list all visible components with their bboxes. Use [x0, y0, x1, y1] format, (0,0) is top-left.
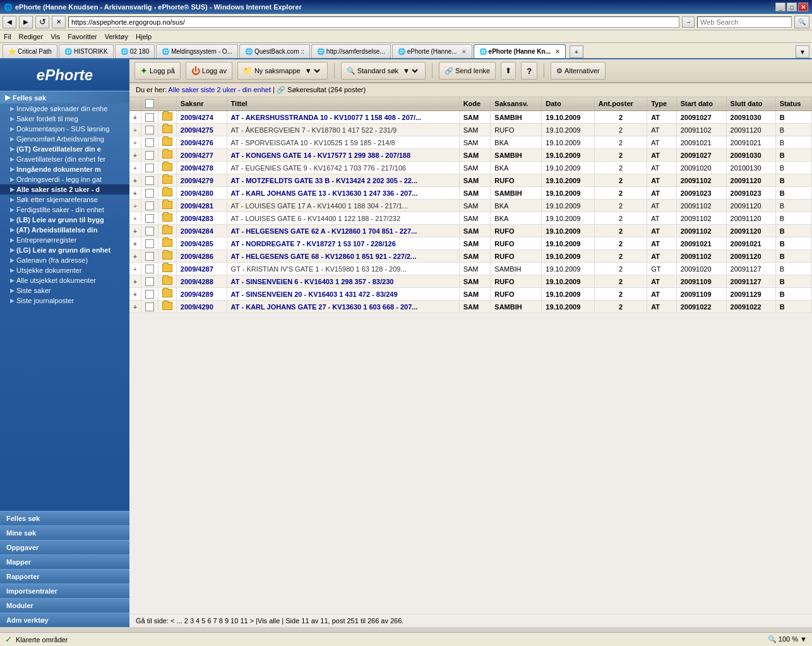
sidebar-nav-moduler[interactable]: Moduler: [0, 598, 129, 613]
expand-cell[interactable]: +: [129, 174, 141, 187]
tittel-cell[interactable]: AT - LOUISES GATE 6 - KV14400 1 122 188 …: [227, 212, 459, 225]
tittel-cell[interactable]: AT - KARL JOHANS GATE 13 - KV13630 1 247…: [227, 187, 459, 200]
saksnr-cell[interactable]: 2009/4274: [176, 111, 227, 124]
tittel-cell[interactable]: AT - ÅKEBERGVEIEN 7 - KV18780 1 417 522 …: [227, 124, 459, 136]
sidebar-item-siste-saker[interactable]: ▶ Siste saker: [0, 285, 129, 296]
tittel-cell[interactable]: AT - LOUISES GATE 17 A - KV14400 1 188 3…: [227, 200, 459, 212]
expand-cell[interactable]: +: [129, 136, 141, 149]
tittel-cell[interactable]: AT - SPORVEISGATA 10 - KV10525 1 59 185 …: [227, 136, 459, 149]
row-checkbox[interactable]: [145, 277, 154, 286]
checkbox-cell[interactable]: [141, 124, 158, 136]
saksnr-cell[interactable]: 2009/4284: [176, 225, 227, 237]
breadcrumb-link[interactable]: Alle saker siste 2 uker - din enhet: [168, 86, 271, 93]
saksnr-cell[interactable]: 2009/4279: [176, 174, 227, 187]
checkbox-cell[interactable]: [141, 212, 158, 225]
tab-ephorte2-close[interactable]: ✕: [555, 49, 560, 55]
sidebar-item-at-arbeidstillatelse[interactable]: ▶ (AT) Arbeidstillatelse din: [0, 225, 129, 235]
back-button[interactable]: ◀: [3, 16, 16, 28]
settings-button[interactable]: ⚙ Alternativer: [551, 62, 606, 80]
menu-fil[interactable]: Fil: [4, 33, 11, 40]
sidebar-item-innvilgede[interactable]: ▶ Innvilgede søknader din enhe: [0, 104, 129, 114]
expand-icon[interactable]: +: [133, 291, 137, 298]
expand-icon[interactable]: +: [133, 140, 137, 147]
minimize-button[interactable]: _: [775, 3, 785, 11]
sidebar-item-inngaende[interactable]: ▶ Inngående dokumenter m: [0, 164, 129, 174]
sidebar-item-gatenavn[interactable]: ▶ Gatenavn (fra adresse): [0, 255, 129, 265]
checkbox-cell[interactable]: [141, 225, 158, 237]
tittel-cell[interactable]: AT - SINSENVEIEN 20 - KV16403 1 431 472 …: [227, 288, 459, 301]
sidebar-item-ferdigstilte[interactable]: ▶ Ferdigstilte saker - din enhet: [0, 205, 129, 215]
row-checkbox[interactable]: [145, 113, 154, 122]
menu-verktoy[interactable]: Verktøy: [105, 33, 128, 40]
sidebar-nav-mapper[interactable]: Mapper: [0, 554, 129, 569]
expand-icon[interactable]: +: [133, 165, 137, 172]
sidebar-item-siste-journalposter[interactable]: ▶ Siste journalposter: [0, 296, 129, 306]
login-button[interactable]: ✦ Logg på: [134, 62, 181, 80]
tab-options-button[interactable]: ▼: [796, 45, 809, 58]
go-button[interactable]: →: [682, 16, 695, 28]
web-search-input[interactable]: [697, 16, 792, 28]
unknown-btn1[interactable]: ⬆: [501, 62, 516, 80]
tab-ephorte1-close[interactable]: ✕: [462, 49, 467, 55]
col-kode[interactable]: Kode: [459, 97, 491, 111]
sidebar-item-gravetillatelser-fer[interactable]: ▶ Gravetillatelser (din enhet fer: [0, 154, 129, 164]
sidebar-section-felles-sok[interactable]: ▶ Felles søk: [0, 91, 129, 104]
expand-icon[interactable]: +: [133, 266, 137, 273]
tittel-cell[interactable]: AT - EUGENIES GATE 9 - KV16742 1 703 776…: [227, 162, 459, 174]
row-checkbox[interactable]: [145, 265, 154, 273]
tittel-cell[interactable]: AT - HELGESENS GATE 62 A - KV12860 1 704…: [227, 225, 459, 237]
tab-02180[interactable]: 🌐 02 180: [115, 44, 155, 58]
checkbox-cell[interactable]: [141, 275, 158, 288]
sidebar-item-alle-utsjekket[interactable]: ▶ Alle utsjekket dokumenter: [0, 275, 129, 285]
checkbox-cell[interactable]: [141, 174, 158, 187]
expand-icon[interactable]: +: [133, 190, 137, 197]
sidebar-item-utsjekke-dokumenter[interactable]: ▶ Utsjekke dokumenter: [0, 265, 129, 275]
sidebar-nav-importsentraler[interactable]: Importsentraler: [0, 583, 129, 598]
checkbox-cell[interactable]: [141, 149, 158, 162]
expand-icon[interactable]: +: [133, 304, 137, 311]
expand-icon[interactable]: +: [133, 278, 137, 285]
row-checkbox[interactable]: [145, 239, 154, 248]
checkbox-cell[interactable]: [141, 237, 158, 250]
tab-meldingssystem[interactable]: 🌐 Meldingssystem - O...: [156, 44, 238, 58]
tittel-cell[interactable]: AT - KARL JOHANS GATE 27 - KV13630 1 603…: [227, 301, 459, 313]
col-type[interactable]: Type: [647, 97, 676, 111]
expand-cell[interactable]: +: [129, 111, 141, 124]
row-checkbox[interactable]: [145, 164, 154, 172]
expand-icon[interactable]: +: [133, 127, 137, 134]
expand-cell[interactable]: +: [129, 200, 141, 212]
saksnr-cell[interactable]: 2009/4289: [176, 288, 227, 301]
row-checkbox[interactable]: [145, 201, 154, 210]
sidebar-nav-adm-verktoy[interactable]: Adm verktøy: [0, 613, 129, 627]
checkbox-cell[interactable]: [141, 111, 158, 124]
expand-cell[interactable]: +: [129, 237, 141, 250]
row-checkbox[interactable]: [145, 151, 154, 160]
expand-icon[interactable]: +: [133, 241, 137, 248]
tab-questback[interactable]: 🌐 QuestBack.com ::: [239, 44, 310, 58]
expand-cell[interactable]: +: [129, 250, 141, 263]
expand-cell[interactable]: +: [129, 301, 141, 313]
expand-cell[interactable]: +: [129, 212, 141, 225]
close-button[interactable]: ✕: [798, 3, 808, 11]
sidebar-item-lg-leie[interactable]: ▶ (LG) Leie av grunn din enhet: [0, 245, 129, 255]
expand-icon[interactable]: +: [133, 203, 137, 210]
checkbox-cell[interactable]: [141, 200, 158, 212]
menu-favoritter[interactable]: Favoritter: [68, 33, 97, 40]
expand-cell[interactable]: +: [129, 263, 141, 275]
row-checkbox[interactable]: [145, 302, 154, 311]
saksnr-cell[interactable]: 2009/4275: [176, 124, 227, 136]
menu-rediger[interactable]: Rediger: [19, 33, 44, 40]
sidebar-item-sok-etter[interactable]: ▶ Søk etter skjemareferanse: [0, 194, 129, 205]
restore-button[interactable]: □: [787, 3, 797, 11]
sidebar-item-ordningsverdi[interactable]: ▶ Ordningsverdi - legg inn gat: [0, 174, 129, 184]
row-checkbox[interactable]: [145, 126, 154, 135]
tittel-cell[interactable]: AT - SINSENVEIEN 6 - KV16403 1 298 357 -…: [227, 275, 459, 288]
expand-icon[interactable]: +: [133, 215, 137, 222]
tittel-cell[interactable]: AT - HELGESENS GATE 68 - KV12860 1 851 9…: [227, 250, 459, 263]
expand-icon[interactable]: +: [133, 253, 137, 260]
col-start-dato[interactable]: Start dato: [676, 97, 726, 111]
sidebar-item-gjennomfort[interactable]: ▶ Gjennomført Arbeidsvarsling: [0, 134, 129, 144]
expand-cell[interactable]: +: [129, 149, 141, 162]
tab-critical-path[interactable]: ⭐ Critical Path: [3, 44, 57, 58]
sidebar-item-dokumentasjon[interactable]: ▶ Dokumentasjon - SUS løsning: [0, 124, 129, 134]
